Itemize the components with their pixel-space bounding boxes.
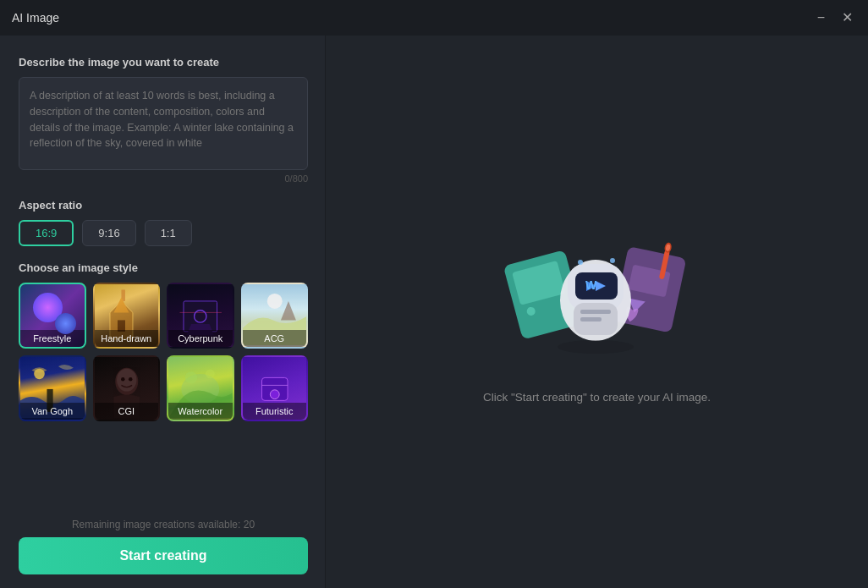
- style-grid: Freestyle Hand-drawn Cyberpunk: [19, 283, 308, 421]
- style-label-cyberpunk: Cyberpunk: [168, 330, 233, 347]
- svg-point-11: [128, 377, 131, 381]
- app-window: AI Image − ✕ Describe the image you want…: [0, 0, 868, 588]
- left-panel: Describe the image you want to create 0/…: [0, 36, 326, 588]
- style-item-freestyle[interactable]: Freestyle: [19, 283, 86, 349]
- close-button[interactable]: ✕: [838, 9, 856, 26]
- style-item-handdrawn[interactable]: Hand-drawn: [93, 283, 161, 349]
- style-item-cgi[interactable]: CGI: [93, 355, 161, 421]
- robot-illustration: W: [504, 220, 690, 372]
- style-item-acg[interactable]: ACG: [241, 283, 309, 349]
- svg-point-10: [121, 377, 124, 381]
- style-label-vangogh: Van Gogh: [20, 403, 85, 420]
- svg-point-17: [270, 390, 279, 399]
- style-label-freestyle: Freestyle: [20, 330, 85, 347]
- minimize-button[interactable]: −: [814, 9, 828, 26]
- svg-point-36: [578, 260, 583, 265]
- start-creating-button[interactable]: Start creating: [19, 537, 308, 574]
- style-label-handdrawn: Hand-drawn: [95, 330, 159, 347]
- aspect-ratio-label: Aspect ratio: [19, 199, 308, 212]
- aspect-ratio-section: Aspect ratio 16:9 9:16 1:1: [19, 199, 308, 246]
- style-label-futuristic: Futuristic: [243, 403, 307, 420]
- style-label-acg: ACG: [243, 330, 307, 347]
- content-area: Describe the image you want to create 0/…: [0, 36, 868, 588]
- style-item-vangogh[interactable]: Van Gogh: [19, 355, 86, 421]
- svg-marker-1: [113, 297, 129, 312]
- aspect-btn-16-9[interactable]: 16:9: [19, 220, 74, 246]
- svg-rect-34: [580, 310, 611, 314]
- svg-rect-35: [580, 317, 602, 321]
- right-panel: W Click "Start creating" to create your …: [326, 36, 868, 588]
- svg-point-14: [206, 370, 215, 379]
- aspect-btn-1-1[interactable]: 1:1: [145, 220, 192, 246]
- svg-point-9: [117, 369, 136, 392]
- title-bar-left: AI Image: [12, 11, 59, 25]
- style-label-cgi: CGI: [95, 403, 159, 420]
- char-count: 0/800: [19, 173, 308, 184]
- svg-point-5: [266, 294, 282, 309]
- title-controls: − ✕: [814, 9, 856, 26]
- title-bar: AI Image − ✕: [0, 0, 868, 36]
- style-item-futuristic[interactable]: Futuristic: [241, 355, 309, 421]
- aspect-btn-9-16[interactable]: 9:16: [82, 220, 135, 246]
- style-section: Choose an image style Freestyle Hand-dra…: [19, 261, 308, 421]
- style-item-cyberpunk[interactable]: Cyberpunk: [167, 283, 234, 349]
- style-section-label: Choose an image style: [19, 261, 308, 274]
- svg-text:W: W: [585, 278, 597, 292]
- aspect-buttons: 16:9 9:16 1:1: [19, 220, 308, 246]
- style-label-watercolor: Watercolor: [168, 403, 233, 420]
- prompt-textarea[interactable]: [19, 77, 308, 170]
- svg-point-38: [558, 340, 634, 354]
- style-item-watercolor[interactable]: Watercolor: [167, 355, 234, 421]
- window-title: AI Image: [12, 11, 59, 25]
- svg-point-37: [610, 258, 615, 263]
- instruction-text: Click "Start creating" to create your AI…: [483, 391, 711, 404]
- remaining-text: Remaining image creations available: 20: [19, 519, 308, 530]
- svg-point-13: [185, 371, 197, 383]
- prompt-section-label: Describe the image you want to create: [19, 56, 308, 69]
